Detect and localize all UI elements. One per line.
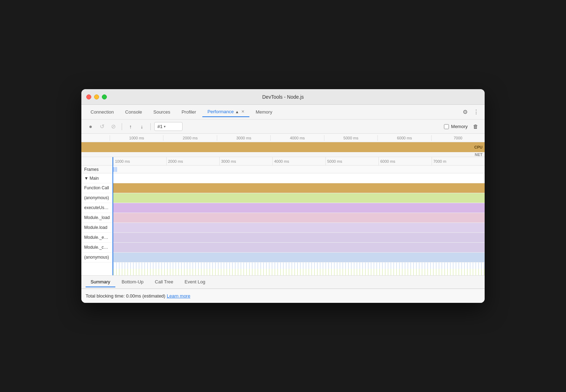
stop-button[interactable]: ⊘ — [108, 122, 118, 132]
flame-row-0: Function Call — [81, 183, 485, 193]
main-section-row: ▼ Main — [81, 173, 485, 183]
upload-icon: ↑ — [129, 124, 132, 129]
traffic-lights — [86, 94, 107, 99]
flame-ruler-mark-4: 4000 ms — [272, 157, 325, 166]
memory-checkbox[interactable] — [444, 124, 449, 129]
bottom-bar-content-2 — [113, 269, 485, 275]
memory-checkbox-container: Memory — [444, 124, 468, 129]
tab-event-log[interactable]: Event Log — [180, 277, 210, 287]
ruler-marks: 1000 ms 2000 ms 3000 ms 4000 ms 5000 ms … — [81, 135, 485, 141]
flame-bar-fill-4 — [113, 223, 485, 232]
reload-icon: ↺ — [100, 123, 104, 130]
timeline-ruler: 1000 ms 2000 ms 3000 ms 4000 ms 5000 ms … — [81, 134, 485, 142]
frame-bar — [116, 167, 117, 172]
tab-performance[interactable]: Performance ▲ ✕ — [202, 107, 249, 117]
tab-call-tree[interactable]: Call Tree — [150, 277, 178, 287]
maximize-button[interactable] — [102, 94, 107, 99]
stop-icon: ⊘ — [111, 123, 116, 130]
flame-bar-fill-7 — [113, 253, 485, 262]
ruler2-marks: 1000 ms 2000 ms 3000 ms 4000 ms 5000 ms … — [113, 157, 485, 166]
ruler-mark-2: 2000 ms — [163, 135, 216, 141]
flame-label-2: executeUserEntryPoint — [81, 203, 113, 213]
status-text: Total blocking time: 0.00ms (estimated) — [86, 293, 165, 299]
flame-label-3: Module._load — [81, 213, 113, 223]
trash-button[interactable]: 🗑 — [470, 122, 480, 132]
dropdown-icon: ▾ — [164, 125, 166, 128]
ruler-mark-4: 4000 ms — [270, 135, 324, 141]
flame-ruler-mark-3: 3000 ms — [219, 157, 272, 166]
flame-bar-7 — [113, 253, 485, 262]
performance-icon: ▲ — [235, 110, 239, 114]
bottom-bar-row-2 — [81, 269, 485, 275]
flame-row-5: Module._extensions..js — [81, 233, 485, 243]
tab-connection[interactable]: Connection — [86, 107, 119, 117]
flame-bar-fill-0 — [113, 183, 485, 193]
main-label[interactable]: ▼ Main — [81, 173, 113, 183]
minimize-button[interactable] — [94, 94, 99, 99]
learn-more-link[interactable]: Learn more — [167, 293, 190, 299]
cpu-label: CPU — [474, 145, 483, 149]
more-button[interactable]: ⋮ — [472, 108, 480, 116]
tab-summary[interactable]: Summary — [86, 277, 115, 287]
close-button[interactable] — [86, 94, 91, 99]
timeline-overview: 1000 ms 2000 ms 3000 ms 4000 ms 5000 ms … — [81, 134, 485, 157]
flame-ruler-mark-2: 2000 ms — [166, 157, 219, 166]
record-icon: ● — [89, 123, 92, 130]
download-icon: ↓ — [141, 124, 143, 129]
flame-ruler-mark-6: 6000 ms — [379, 157, 432, 166]
flame-bar-6 — [113, 243, 485, 252]
flame-label-0: Function Call — [81, 183, 113, 193]
frame-bar — [115, 167, 116, 172]
flame-bar-4 — [113, 223, 485, 232]
tab-profiler[interactable]: Profiler — [177, 107, 201, 117]
performance-tab-close[interactable]: ✕ — [241, 109, 244, 114]
frames-bars — [113, 166, 485, 173]
flame-label-7: (anonymous) — [81, 253, 113, 262]
ruler-mark-7: 7000 — [431, 135, 485, 141]
tab-sources[interactable]: Sources — [148, 107, 175, 117]
ruler-mark-1: 1000 ms — [110, 135, 163, 141]
performance-label: Performance — [207, 109, 233, 114]
download-button[interactable]: ↓ — [137, 122, 147, 132]
window-title: DevTools - Node.js — [262, 94, 304, 100]
main-bar-container — [113, 173, 485, 183]
ruler-mark-6: 6000 ms — [377, 135, 431, 141]
flame-bar-5 — [113, 233, 485, 242]
flame-ruler-mark-5: 5000 ms — [325, 157, 379, 166]
tab-console[interactable]: Console — [120, 107, 147, 117]
record-button[interactable]: ● — [86, 122, 96, 132]
toolbar-divider-1 — [122, 123, 122, 130]
profile-label: #1 — [157, 124, 162, 129]
bottom-bar-row-1 — [81, 263, 485, 269]
frames-label: Frames — [81, 166, 113, 173]
tab-memory[interactable]: Memory — [251, 107, 277, 117]
bottom-bar-label-2 — [81, 269, 113, 275]
title-bar: DevTools - Node.js — [81, 89, 485, 105]
net-label: NET — [475, 152, 483, 157]
frames-row: Frames — [81, 166, 485, 173]
flame-row-1: (anonymous) — [81, 193, 485, 203]
reload-button[interactable]: ↺ — [97, 122, 107, 132]
flame-bar-1 — [113, 193, 485, 203]
settings-button[interactable]: ⚙ — [461, 108, 469, 116]
flame-row-4: Module.load — [81, 223, 485, 233]
flame-row-3: Module._load — [81, 213, 485, 223]
memory-checkbox-label[interactable]: Memory — [451, 124, 468, 129]
flame-ruler: 1000 ms 2000 ms 3000 ms 4000 ms 5000 ms … — [81, 157, 485, 166]
net-bar: NET — [81, 152, 485, 157]
upload-button[interactable]: ↑ — [126, 122, 135, 132]
toolbar-divider-2 — [150, 123, 151, 130]
profile-selector[interactable]: #1 ▾ — [154, 122, 183, 131]
cpu-bar: CPU — [81, 142, 485, 152]
flame-bar-0 — [113, 183, 485, 193]
flame-label-4: Module.load — [81, 223, 113, 232]
flame-label-5: Module._extensions..js — [81, 233, 113, 242]
trash-icon: 🗑 — [473, 123, 478, 129]
flame-bar-fill-2 — [113, 203, 485, 213]
flame-bar-2 — [113, 203, 485, 213]
flame-chart[interactable]: 1000 ms 2000 ms 3000 ms 4000 ms 5000 ms … — [81, 157, 485, 275]
time-indicator — [112, 157, 113, 275]
nav-actions: ⚙ ⋮ — [461, 108, 480, 116]
flame-row-6: Module._compile — [81, 243, 485, 253]
tab-bottom-up[interactable]: Bottom-Up — [117, 277, 149, 287]
